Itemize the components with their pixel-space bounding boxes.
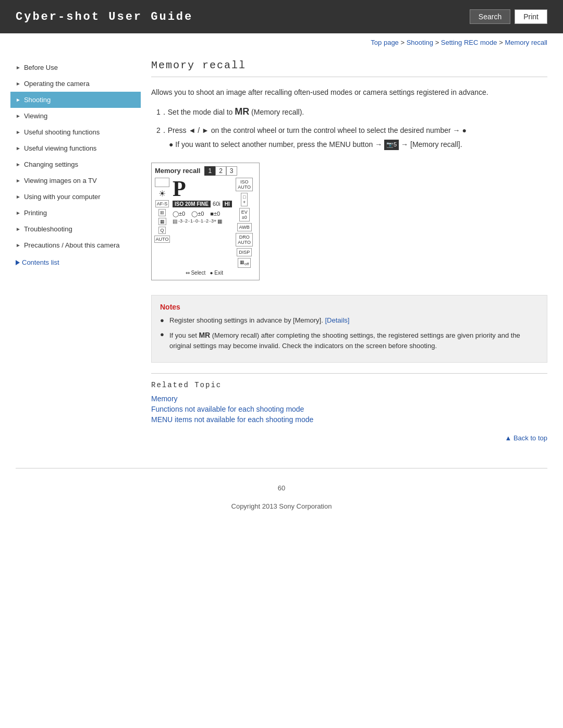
cam-ui-title: Memory recall bbox=[155, 167, 200, 175]
arrow-icon: ► bbox=[16, 129, 21, 135]
note-item-2: ● If you set MR (Memory recall) after co… bbox=[160, 329, 538, 352]
sidebar-item-using-computer[interactable]: ► Using with your computer bbox=[10, 189, 141, 205]
related-link-memory[interactable]: Memory bbox=[151, 394, 547, 403]
cam-left-icons: ☀ AF-S ⊞ ▦ Q AUTO bbox=[155, 178, 169, 243]
camera-screenshot: Memory recall 1 2 3 ☀ AF-S ⊞ ▦ bbox=[151, 163, 260, 280]
cam-icon-burst: ▦ bbox=[158, 218, 166, 225]
step-2: 2．Press ◄ / ► on the control wheel or tu… bbox=[156, 125, 547, 150]
cam-right-icons: ISOAUTO □+ EV±0 AWB DROAUTO DISP ▦off bbox=[235, 178, 254, 268]
sidebar-item-useful-shooting[interactable]: ► Useful shooting functions bbox=[10, 124, 141, 140]
content-area: Memory recall Allows you to shoot an ima… bbox=[141, 54, 563, 452]
cam-spot3: ■±0 bbox=[210, 211, 220, 217]
contents-list-label[interactable]: Contents list bbox=[22, 258, 59, 266]
arrow-icon: ► bbox=[16, 242, 21, 248]
cam-right-iso: ISOAUTO bbox=[236, 178, 253, 191]
arrow-icon: ► bbox=[16, 226, 21, 232]
page-title: Memory recall bbox=[151, 59, 547, 77]
cam-tab-1: 1 bbox=[204, 166, 215, 176]
cam-icon-auto: AUTO bbox=[154, 236, 170, 243]
sidebar-item-shooting[interactable]: ► Shooting bbox=[10, 92, 141, 108]
step-2-sub: ● If you want to select another number, … bbox=[169, 139, 547, 150]
arrow-icon: ► bbox=[16, 65, 21, 70]
mr-symbol-2: MR bbox=[199, 331, 210, 339]
footer-divider bbox=[16, 468, 547, 468]
intro-text: Allows you to shoot an image after recal… bbox=[151, 87, 547, 98]
back-to-top-link[interactable]: ▲ Back to top bbox=[505, 434, 547, 442]
breadcrumb-setting-rec[interactable]: Setting REC mode bbox=[441, 39, 497, 46]
arrow-icon: ► bbox=[16, 162, 21, 167]
cam-right-dro: DROAUTO bbox=[236, 233, 253, 246]
cam-center-display: P ISO 20M FINE 60i HI ◯±0 ◯±0 ■±0 ▤ bbox=[173, 178, 232, 224]
sidebar-item-troubleshooting[interactable]: ► Troubleshooting bbox=[10, 221, 141, 237]
cam-icon-af: AF-S bbox=[155, 200, 169, 207]
breadcrumb: Top page > Shooting > Setting REC mode >… bbox=[0, 33, 563, 49]
back-to-top: ▲ Back to top bbox=[151, 434, 547, 442]
bullet-icon: ● bbox=[160, 329, 165, 352]
cam-icon-q: Q bbox=[158, 227, 165, 234]
cam-mode-p: P bbox=[173, 178, 232, 200]
arrow-icon: ► bbox=[16, 178, 21, 183]
contents-list-link[interactable]: Contents list bbox=[10, 253, 141, 272]
arrow-icon: ► bbox=[16, 113, 21, 119]
arrow-icon: ► bbox=[16, 145, 21, 151]
sidebar-item-operating-camera[interactable]: ► Operating the camera bbox=[10, 76, 141, 92]
cam-tab-3: 3 bbox=[226, 166, 237, 176]
print-button[interactable]: Print bbox=[515, 9, 547, 24]
cam-icon-grid: ⊞ bbox=[158, 209, 166, 216]
cam-right-off: ▦off bbox=[238, 258, 251, 268]
bullet-icon: ● bbox=[160, 315, 165, 326]
mr-symbol: MR bbox=[235, 106, 249, 117]
page-number: 60 bbox=[0, 474, 563, 497]
footer: Copyright 2013 Sony Corporation bbox=[0, 497, 563, 526]
sidebar-item-precautions[interactable]: ► Precautions / About this camera bbox=[10, 237, 141, 253]
contents-list-arrow-icon bbox=[16, 260, 20, 265]
cam-hd-badge: HI bbox=[223, 201, 232, 207]
notes-title: Notes bbox=[160, 303, 538, 311]
related-link-menu-items[interactable]: MENU items not available for each shooti… bbox=[151, 415, 547, 424]
arrow-icon: ► bbox=[16, 210, 21, 216]
sidebar-item-changing-settings[interactable]: ► Changing settings bbox=[10, 156, 141, 172]
steps-list: 1．Set the mode dial to MR (Memory recall… bbox=[156, 104, 547, 150]
arrow-icon: ► bbox=[16, 81, 21, 87]
sidebar-item-useful-viewing[interactable]: ► Useful viewing functions bbox=[10, 140, 141, 156]
cam-right-awb: AWB bbox=[237, 223, 252, 231]
search-button[interactable]: Search bbox=[470, 9, 510, 24]
cam-shutter-speed: 60i bbox=[213, 201, 221, 207]
copyright-text: Copyright 2013 Sony Corporation bbox=[231, 502, 332, 510]
cam-right-face: □+ bbox=[241, 193, 248, 206]
breadcrumb-shooting[interactable]: Shooting bbox=[407, 39, 433, 46]
sidebar-item-before-use[interactable]: ► Before Use bbox=[10, 59, 141, 76]
app-title: Cyber-shot User Guide bbox=[16, 10, 193, 23]
breadcrumb-top[interactable]: Top page bbox=[371, 39, 399, 46]
sidebar: ► Before Use ► Operating the camera ► Sh… bbox=[0, 54, 141, 452]
breadcrumb-memory-recall[interactable]: Memory recall bbox=[505, 39, 547, 46]
sidebar-item-viewing[interactable]: ► Viewing bbox=[10, 108, 141, 124]
cam-icon-rect bbox=[155, 178, 169, 187]
note-item-1: ● Register shooting settings in advance … bbox=[160, 315, 538, 326]
cam-right-disp: DISP bbox=[237, 248, 252, 256]
cam-iso-badge: ISO 20M FINE bbox=[173, 201, 211, 207]
sidebar-item-printing[interactable]: ► Printing bbox=[10, 205, 141, 221]
header: Cyber-shot User Guide Search Print bbox=[0, 0, 563, 33]
arrow-icon: ► bbox=[16, 97, 21, 103]
cam-tabs: 1 2 3 bbox=[204, 166, 237, 176]
cam-spot2: ◯±0 bbox=[191, 211, 204, 217]
cam-right-ev: EV±0 bbox=[239, 208, 250, 221]
cam-icon-sun: ☀ bbox=[158, 189, 166, 199]
related-link-functions[interactable]: Functions not available for each shootin… bbox=[151, 405, 547, 413]
main-layout: ► Before Use ► Operating the camera ► Sh… bbox=[0, 49, 563, 463]
related-topic-section: Related Topic Memory Functions not avail… bbox=[151, 373, 547, 424]
cam-spot1: ◯±0 bbox=[173, 211, 185, 217]
header-buttons: Search Print bbox=[470, 9, 547, 24]
related-topic-title: Related Topic bbox=[151, 381, 547, 389]
camera-icon-badge: 📷5 bbox=[384, 140, 399, 150]
details-link[interactable]: [Details] bbox=[325, 316, 349, 324]
cam-tab-2: 2 bbox=[215, 166, 226, 176]
cam-footer: ⇔ Select ● Exit bbox=[155, 270, 254, 276]
arrow-icon: ► bbox=[16, 194, 21, 200]
cam-slider: ▤ -3··2··1··0··1··2··3+ ▦ bbox=[173, 218, 232, 224]
step-1: 1．Set the mode dial to MR (Memory recall… bbox=[156, 104, 547, 119]
notes-box: Notes ● Register shooting settings in ad… bbox=[151, 295, 547, 363]
sidebar-item-viewing-tv[interactable]: ► Viewing images on a TV bbox=[10, 172, 141, 189]
